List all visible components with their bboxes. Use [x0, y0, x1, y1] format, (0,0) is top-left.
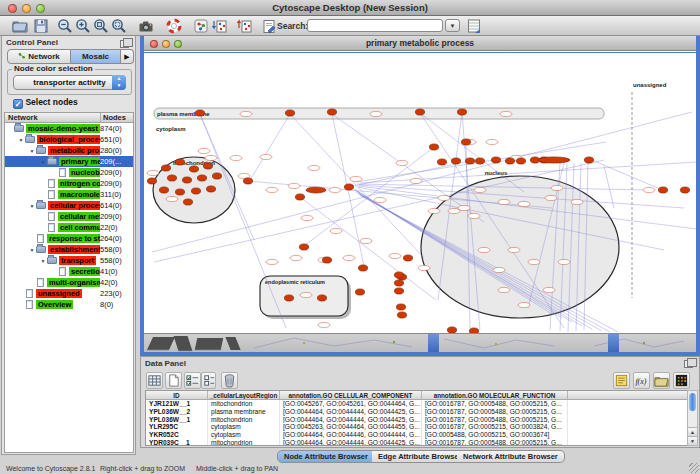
graph-node[interactable] — [394, 272, 403, 278]
graph-node[interactable] — [175, 159, 184, 165]
snapshot-icon[interactable] — [138, 18, 154, 34]
table-row[interactable]: YPL036W__1mitochondrion[GO:0044464, GO:0… — [146, 416, 689, 424]
table-scrollbar[interactable]: ▲ ▼ — [687, 390, 698, 446]
annotation-icon[interactable] — [261, 18, 277, 34]
search-dropdown-button[interactable]: ▼ — [445, 19, 460, 32]
zoom-selected-icon[interactable] — [111, 18, 127, 34]
tree-row[interactable]: Overview8(0) — [5, 299, 133, 310]
zoom-out-icon[interactable] — [57, 18, 73, 34]
column-header[interactable]: ID — [146, 391, 208, 399]
graph-node[interactable] — [451, 158, 460, 164]
graph-node[interactable] — [175, 189, 184, 195]
tree-row[interactable]: cellular metabo209(0) — [5, 211, 133, 222]
tree-row[interactable]: nucleobase-209(0) — [5, 167, 133, 178]
column-header[interactable]: annotation.GO MOLECULAR_FUNCTION — [422, 391, 568, 399]
graph-node[interactable] — [680, 187, 689, 193]
graph-node[interactable] — [394, 288, 403, 294]
graph-node[interactable] — [396, 304, 405, 310]
tree-row[interactable]: ▼primary metabo209(... — [5, 156, 133, 167]
function-builder-icon[interactable]: f(x) — [633, 372, 650, 389]
graph-node[interactable] — [197, 175, 206, 181]
graph-node[interactable] — [322, 257, 331, 263]
tab-mosaic[interactable]: Mosaic — [71, 49, 121, 64]
table-row[interactable]: YDR039C__1mitochondrion[GO:0044464, GO:0… — [146, 439, 689, 446]
network-canvas[interactable]: plasma membrane cytoplasm mitochondrion … — [144, 52, 696, 332]
graph-node[interactable] — [189, 166, 198, 172]
graph-node[interactable] — [461, 139, 470, 145]
graph-node[interactable] — [505, 158, 514, 164]
table-row[interactable]: YLR295Ccytoplasm[GO:0045263, GO:0044464,… — [146, 423, 689, 431]
tree-row[interactable]: mosaic-demo-yeast874(0) — [5, 123, 133, 134]
graph-node[interactable] — [243, 178, 252, 184]
graph-node[interactable] — [206, 186, 215, 192]
tab-node-attribute-browser[interactable]: Node Attribute Browser — [277, 450, 375, 463]
tab-network-attribute-browser[interactable]: Network Attribute Browser — [457, 450, 565, 463]
graph-node[interactable] — [203, 163, 212, 169]
graph-node[interactable] — [538, 157, 570, 163]
graph-node[interactable] — [327, 109, 336, 115]
expander-icon[interactable]: ▼ — [28, 148, 36, 154]
delete-attribute-icon[interactable] — [221, 372, 238, 389]
graph-node[interactable] — [658, 187, 667, 193]
node-color-dropdown[interactable]: transporter activity▲▼ — [13, 75, 126, 90]
graph-node[interactable] — [191, 188, 200, 194]
graph-node[interactable] — [182, 177, 191, 183]
graph-node[interactable] — [516, 158, 525, 164]
graph-node[interactable] — [183, 199, 192, 205]
tree-row[interactable]: unassigned223(0) — [5, 288, 133, 299]
scrollbar-thumb[interactable] — [689, 393, 696, 411]
new-attribute-icon[interactable] — [165, 372, 182, 389]
zoom-in-icon[interactable] — [75, 18, 91, 34]
expander-icon[interactable]: ▼ — [28, 203, 36, 209]
graph-node[interactable] — [295, 194, 304, 200]
graph-node[interactable] — [344, 184, 353, 190]
graph-node[interactable] — [429, 144, 438, 150]
graph-node[interactable] — [161, 165, 170, 171]
tab-overflow-arrow[interactable]: ▶ — [121, 49, 134, 64]
expander-icon[interactable]: ▼ — [28, 247, 36, 253]
graph-node[interactable] — [299, 244, 308, 250]
import-attribute-file-icon[interactable] — [653, 372, 670, 389]
graph-node[interactable] — [491, 157, 500, 163]
unselect-attributes-icon[interactable] — [201, 372, 216, 389]
graph-node[interactable] — [195, 110, 204, 116]
graph-node[interactable] — [358, 265, 367, 271]
table-row[interactable]: YKR052Ccytoplasm[GO:0044464, GO:0044446,… — [146, 431, 689, 439]
import-network-icon[interactable] — [212, 18, 228, 34]
tree-row[interactable]: ▼establishment of l558(0) — [5, 244, 133, 255]
tree-column-nodes[interactable]: Nodes — [101, 113, 133, 122]
select-attributes-icon[interactable] — [184, 372, 201, 389]
tree-row[interactable]: cell communicat22(0) — [5, 222, 133, 233]
graph-node[interactable] — [212, 173, 221, 179]
graph-node[interactable] — [457, 109, 466, 115]
graph-node[interactable] — [159, 187, 168, 193]
expander-icon[interactable]: ▼ — [17, 137, 25, 143]
save-session-icon[interactable] — [33, 18, 49, 34]
table-row[interactable]: YJR121W__1mitochondrion[GO:0045267, GO:0… — [146, 400, 689, 408]
float-data-panel-icon[interactable] — [684, 360, 693, 368]
table-row[interactable]: YPL036W__2plasma membrane[GO:0044464, GO… — [146, 408, 689, 416]
tree-row[interactable]: macromolecule311(0) — [5, 189, 133, 200]
float-panel-icon[interactable] — [120, 40, 129, 48]
attribute-matrix-icon[interactable] — [673, 372, 690, 389]
help-icon[interactable] — [166, 18, 182, 34]
graph-node[interactable] — [167, 175, 176, 181]
tree-row[interactable]: response to stimul264(0) — [5, 233, 133, 244]
open-file-icon[interactable] — [12, 18, 28, 34]
select-nodes-checkbox[interactable]: ✓ — [13, 99, 23, 109]
tree-row[interactable]: ▼metabolic process280(0) — [5, 145, 133, 156]
tree-row[interactable]: ▼biological_process651(0) — [5, 134, 133, 145]
tab-network[interactable]: Network — [7, 49, 71, 64]
graph-node[interactable] — [437, 159, 446, 165]
export-network-icon[interactable] — [237, 18, 253, 34]
plugin-layout-icon[interactable] — [193, 18, 209, 34]
graph-node[interactable] — [465, 158, 474, 164]
graph-node[interactable] — [397, 312, 406, 318]
expander-icon[interactable]: ▼ — [39, 258, 47, 264]
graph-node[interactable] — [147, 178, 156, 184]
graph-node[interactable] — [415, 109, 424, 115]
attribute-table-icon[interactable] — [146, 372, 163, 389]
search-input[interactable] — [307, 19, 443, 32]
network-view-titlebar[interactable]: primary metabolic process — [144, 36, 696, 51]
tree-row[interactable]: multi-organism pr42(0) — [5, 277, 133, 288]
